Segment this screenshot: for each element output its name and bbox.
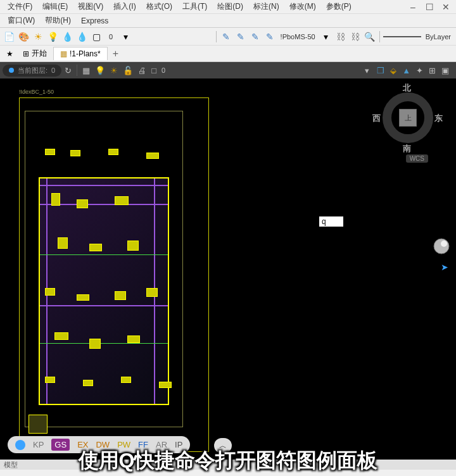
favorite-tab[interactable]: ★: [3, 49, 16, 58]
menu-view[interactable]: 视图(V): [73, 0, 108, 13]
vs-realistic-icon[interactable]: ▲: [400, 66, 412, 75]
compass-west[interactable]: 西: [372, 113, 381, 124]
compass-north[interactable]: 北: [403, 82, 411, 94]
menu-help[interactable]: 帮助(H): [40, 14, 76, 27]
vs-wire-icon[interactable]: ⬙: [388, 66, 398, 75]
vs-layers-icon[interactable]: ❒: [375, 66, 386, 75]
square-layer-icon[interactable]: □: [149, 66, 158, 75]
bulb-layer-icon[interactable]: 💡: [93, 66, 107, 75]
sun-icon[interactable]: ☀: [32, 30, 44, 43]
svg-point-1: [441, 241, 447, 247]
bulb-icon[interactable]: 💡: [46, 30, 59, 43]
refresh-icon[interactable]: ↻: [63, 66, 73, 75]
drop-icon[interactable]: 💧: [61, 30, 73, 43]
drawing-sheet-border: [19, 97, 209, 452]
separator: [379, 31, 380, 42]
separator: [216, 31, 217, 42]
nav-arrow-icon[interactable]: ➤: [441, 262, 448, 272]
menu-format[interactable]: 格式(O): [141, 0, 177, 13]
caption-overlay: 使用Q快捷命令打开图符图例面板: [0, 443, 456, 476]
document-tabs: ★ ⊞ 开始 ▦ !1-Plans* +: [0, 46, 456, 62]
menu-dimension[interactable]: 标注(N): [248, 0, 284, 13]
print-icon[interactable]: 🖨: [136, 66, 148, 75]
chain2-icon[interactable]: ⛓: [349, 30, 362, 43]
menu-params[interactable]: 参数(P): [321, 0, 357, 13]
linetype-name[interactable]: !PboMS-50: [278, 33, 318, 41]
vs-hidden-icon[interactable]: ⊞: [427, 66, 438, 75]
view-compass[interactable]: 上 北 南 东 西: [376, 86, 440, 149]
document-tab[interactable]: ▦ !1-Plans*: [53, 47, 108, 60]
viewcube-top-face[interactable]: 上: [399, 109, 417, 127]
theme-icon[interactable]: 🎨: [17, 30, 30, 43]
navigation-orb[interactable]: [432, 237, 451, 256]
window-controls: – ☐ ✕: [405, 1, 453, 13]
main-toolbar: 📄 🎨 ☀ 💡 💧 💧 ▢ 0 ▾ ✎ ✎ ✎ ✎ !PboMS-50 ▾ ⛓ …: [0, 28, 456, 46]
drawing-canvas[interactable]: !IdexBC_1-50 Y: [0, 78, 456, 460]
separator: [77, 65, 77, 76]
windows-icon: ⊞: [23, 49, 29, 58]
layer-dropdown-icon[interactable]: ▾: [363, 66, 371, 75]
menu-edit[interactable]: 编辑(E): [37, 0, 73, 13]
brush2-icon[interactable]: ✎: [234, 30, 247, 43]
drop2-icon[interactable]: 💧: [75, 30, 88, 43]
brush1-icon[interactable]: ✎: [220, 30, 232, 43]
current-layer-label: 当前图层:: [18, 66, 48, 75]
vs-shade-icon[interactable]: ▣: [440, 66, 451, 75]
grid-icon[interactable]: ▦: [80, 66, 92, 75]
menu-tools[interactable]: 工具(T): [177, 0, 212, 13]
viewport-title: !IdexBC_1-50: [19, 89, 54, 95]
compass-south[interactable]: 南: [403, 143, 411, 154]
vs-render-icon[interactable]: ✦: [414, 66, 425, 75]
layer-num[interactable]: 0: [104, 30, 117, 43]
sun-layer-icon[interactable]: ☀: [108, 66, 120, 75]
menu-file[interactable]: 文件(F): [3, 0, 37, 13]
visual-styles-group: ❒ ⬙ ▲ ✦ ⊞ ▣: [372, 66, 453, 75]
menu-draw[interactable]: 绘图(D): [212, 0, 248, 13]
new-icon[interactable]: 📄: [3, 30, 15, 43]
compass-east[interactable]: 东: [434, 113, 443, 124]
menu-modify[interactable]: 修改(M): [284, 0, 321, 13]
menu-insert[interactable]: 插入(I): [108, 0, 141, 13]
start-tab[interactable]: ⊞ 开始: [16, 46, 53, 61]
menubar-row2: 窗口(W) 帮助(H) Express: [0, 14, 456, 28]
layer-zero[interactable]: 0: [160, 66, 167, 74]
brush3-icon[interactable]: ✎: [249, 30, 262, 43]
command-input-tooltip[interactable]: q: [319, 216, 343, 227]
wcs-label[interactable]: WCS: [406, 154, 428, 163]
chain-icon[interactable]: ⛓: [334, 30, 347, 43]
current-layer-value: 0: [51, 66, 55, 74]
current-layer-combo[interactable]: 当前图层: 0: [3, 65, 61, 77]
svg-point-0: [434, 239, 449, 254]
maximize-icon[interactable]: ☐: [422, 1, 437, 13]
dropdown1-icon[interactable]: ▾: [119, 30, 132, 43]
menu-window[interactable]: 窗口(W): [3, 14, 40, 27]
search-icon[interactable]: 🔍: [364, 30, 376, 43]
menubar: 文件(F) 编辑(E) 视图(V) 插入(I) 格式(O) 工具(T) 绘图(D…: [0, 0, 456, 14]
star-icon: ★: [6, 49, 13, 58]
document-tab-label: !1-Plans*: [70, 49, 101, 58]
dropdown-lt-icon[interactable]: ▾: [320, 30, 332, 43]
rect-icon[interactable]: ▢: [90, 30, 103, 43]
close-icon[interactable]: ✕: [438, 1, 453, 13]
minimize-icon[interactable]: –: [405, 1, 421, 13]
brush4-icon[interactable]: ✎: [263, 30, 276, 43]
layer-toolbar: 当前图层: 0 ↻ ▦ 💡 ☀ 🔓 🖨 □ 0 ▾ ❒ ⬙ ▲ ✦ ⊞ ▣: [0, 62, 456, 78]
lock-icon[interactable]: 🔓: [121, 66, 135, 75]
document-icon: ▦: [60, 49, 67, 58]
layer-style-label[interactable]: ByLayer: [423, 33, 453, 41]
line-style-preview[interactable]: [383, 36, 421, 37]
layer-dot-icon: [9, 68, 14, 73]
start-tab-label: 开始: [32, 48, 47, 59]
menu-express[interactable]: Express: [76, 15, 113, 27]
add-tab-button[interactable]: +: [108, 48, 124, 60]
